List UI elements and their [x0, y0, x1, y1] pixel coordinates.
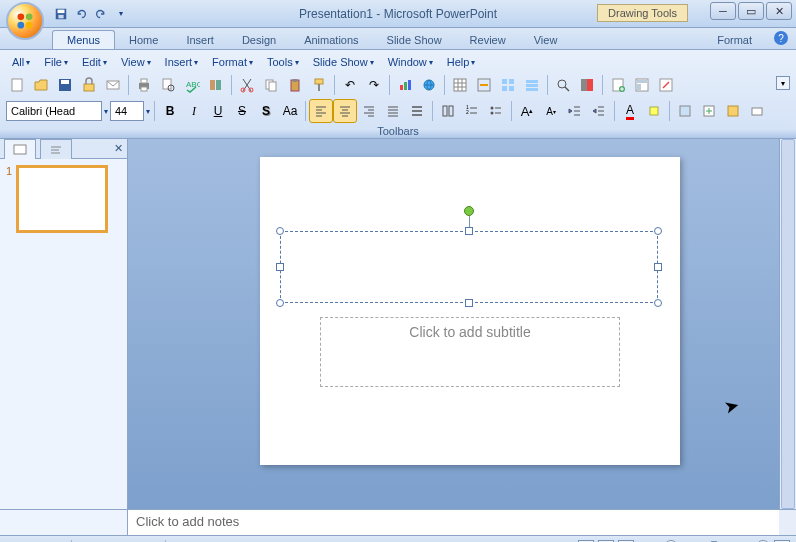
scrollbar-thumb[interactable]: [781, 139, 795, 509]
help-icon[interactable]: ?: [774, 31, 788, 45]
subtitle-placeholder[interactable]: Click to add subtitle: [320, 317, 620, 387]
paste-icon[interactable]: [284, 74, 306, 96]
font-size-input[interactable]: [110, 101, 144, 121]
tab-insert[interactable]: Insert: [172, 31, 228, 49]
font-size-dropdown-icon[interactable]: ▾: [146, 107, 150, 116]
save-icon[interactable]: [54, 74, 76, 96]
tab-view[interactable]: View: [520, 31, 572, 49]
open-icon[interactable]: [30, 74, 52, 96]
reset-icon[interactable]: [655, 74, 677, 96]
resize-handle-t[interactable]: [465, 227, 473, 235]
spelling-icon[interactable]: ABC: [181, 74, 203, 96]
tab-review[interactable]: Review: [456, 31, 520, 49]
menu-edit[interactable]: Edit▾: [76, 54, 113, 70]
strikethrough-button[interactable]: S: [231, 100, 253, 122]
new-slide-icon[interactable]: [607, 74, 629, 96]
numbering-button[interactable]: 12: [461, 100, 483, 122]
ribbon-expand-icon[interactable]: ▾: [776, 76, 790, 90]
tab-animations[interactable]: Animations: [290, 31, 372, 49]
format-painter-icon[interactable]: [308, 74, 330, 96]
print-icon[interactable]: [133, 74, 155, 96]
tab-menus[interactable]: Menus: [52, 30, 115, 49]
columns-button[interactable]: [437, 100, 459, 122]
resize-handle-l[interactable]: [276, 263, 284, 271]
menu-tools[interactable]: Tools▾: [261, 54, 305, 70]
resize-handle-br[interactable]: [654, 299, 662, 307]
hyperlink-icon[interactable]: [418, 74, 440, 96]
font-color-button[interactable]: A: [619, 100, 641, 122]
menu-insert[interactable]: Insert▾: [159, 54, 205, 70]
menu-slideshow[interactable]: Slide Show▾: [307, 54, 380, 70]
outline-tab-icon[interactable]: [40, 139, 72, 159]
resize-handle-r[interactable]: [654, 263, 662, 271]
tab-design[interactable]: Design: [228, 31, 290, 49]
layout-icon[interactable]: [631, 74, 653, 96]
menu-all[interactable]: All▾: [6, 54, 36, 70]
menu-format[interactable]: Format▾: [206, 54, 259, 70]
redo-icon[interactable]: ↷: [363, 74, 385, 96]
design-button[interactable]: [674, 100, 696, 122]
slide-editor[interactable]: Click to add subtitle: [128, 139, 796, 509]
decrease-indent-button[interactable]: [564, 100, 586, 122]
italic-button[interactable]: I: [183, 100, 205, 122]
qat-customize-icon[interactable]: ▾: [112, 5, 130, 23]
minimize-button[interactable]: ─: [710, 2, 736, 20]
notes-input[interactable]: Click to add notes: [128, 510, 796, 535]
panel-close-icon[interactable]: ✕: [114, 142, 123, 155]
table-icon[interactable]: [449, 74, 471, 96]
align-center-button[interactable]: [334, 100, 356, 122]
resize-handle-bl[interactable]: [276, 299, 284, 307]
undo-icon[interactable]: ↶: [339, 74, 361, 96]
distributed-button[interactable]: [406, 100, 428, 122]
increase-indent-button[interactable]: [588, 100, 610, 122]
align-left-button[interactable]: [310, 100, 332, 122]
menu-help[interactable]: Help▾: [441, 54, 482, 70]
slide-orientation-button[interactable]: [746, 100, 768, 122]
tab-format[interactable]: Format: [703, 31, 766, 49]
font-name-dropdown-icon[interactable]: ▾: [104, 107, 108, 116]
background-button[interactable]: [722, 100, 744, 122]
rotate-handle[interactable]: [464, 206, 474, 216]
justify-button[interactable]: [382, 100, 404, 122]
close-button[interactable]: ✕: [766, 2, 792, 20]
vertical-scrollbar[interactable]: [779, 139, 796, 509]
office-button[interactable]: [6, 2, 44, 40]
grid-icon[interactable]: [497, 74, 519, 96]
save-icon[interactable]: [52, 5, 70, 23]
tab-home[interactable]: Home: [115, 31, 172, 49]
bold-button[interactable]: B: [159, 100, 181, 122]
resize-handle-tl[interactable]: [276, 227, 284, 235]
underline-button[interactable]: U: [207, 100, 229, 122]
align-right-button[interactable]: [358, 100, 380, 122]
change-case-button[interactable]: Aa: [279, 100, 301, 122]
shadow-button[interactable]: S: [255, 100, 277, 122]
title-placeholder[interactable]: [280, 231, 658, 303]
new-slide-button[interactable]: [698, 100, 720, 122]
permission-icon[interactable]: [78, 74, 100, 96]
email-icon[interactable]: [102, 74, 124, 96]
menu-view[interactable]: View▾: [115, 54, 157, 70]
zoom-icon[interactable]: [552, 74, 574, 96]
slide-thumbnail[interactable]: 1: [6, 165, 121, 233]
tab-slideshow[interactable]: Slide Show: [373, 31, 456, 49]
bullets-button[interactable]: [485, 100, 507, 122]
cut-icon[interactable]: [236, 74, 258, 96]
print-preview-icon[interactable]: [157, 74, 179, 96]
research-icon[interactable]: [205, 74, 227, 96]
decrease-font-button[interactable]: A▾: [540, 100, 562, 122]
tables-borders-icon[interactable]: [473, 74, 495, 96]
resize-handle-b[interactable]: [465, 299, 473, 307]
slides-tab-icon[interactable]: [4, 139, 36, 159]
increase-font-button[interactable]: A▴: [516, 100, 538, 122]
highlight-button[interactable]: [643, 100, 665, 122]
redo-icon[interactable]: [92, 5, 110, 23]
font-name-input[interactable]: [6, 101, 102, 121]
undo-icon[interactable]: [72, 5, 90, 23]
new-icon[interactable]: [6, 74, 28, 96]
menu-file[interactable]: File▾: [38, 54, 74, 70]
color-grayscale-icon[interactable]: [576, 74, 598, 96]
slide-canvas[interactable]: Click to add subtitle: [260, 157, 680, 465]
guides-icon[interactable]: [521, 74, 543, 96]
menu-window[interactable]: Window▾: [382, 54, 439, 70]
resize-handle-tr[interactable]: [654, 227, 662, 235]
